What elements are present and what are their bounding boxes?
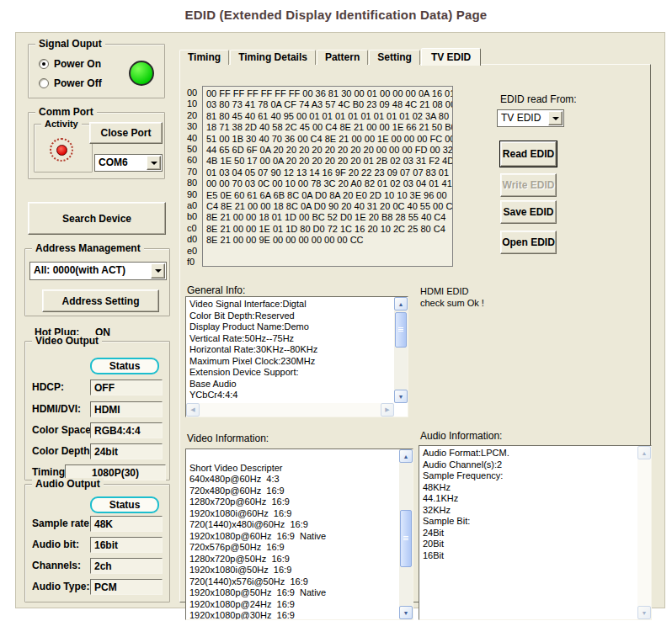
open-edid-button[interactable]: Open EDID (500, 231, 557, 254)
scroll-left-icon[interactable]: ◀ (186, 403, 200, 417)
tab-control: TimingTiming DetailsPatternSettingTV EDI… (179, 47, 651, 602)
video-rows-value: HDMI (90, 401, 163, 417)
hex-row-address: 20 (187, 110, 202, 121)
general-info-vscrollbar[interactable]: ▲ ▼ (394, 297, 408, 403)
signal-output-group: Signal Ouput Power On Power Off (28, 44, 165, 98)
general-info-scroll-thumb[interactable] (395, 312, 407, 348)
hex-row-bytes: E5 0E 60 61 6A 6B 8C 0A D0 8A 20 E0 2D 1… (206, 190, 452, 201)
scroll-up-icon[interactable]: ▲ (394, 297, 408, 310)
hex-row-bytes: C4 8E 21 00 00 18 8C 0A D0 90 20 40 31 2… (206, 201, 452, 212)
video-info-scroll-thumb[interactable] (400, 510, 412, 567)
audio-information-label: Audio Information: (420, 430, 502, 442)
com-port-select[interactable]: COM6 (94, 154, 163, 172)
audio-info-vscrollbar[interactable]: ▲ ▼ (637, 446, 651, 619)
general-info-box: Video Signal Interface:Digtal Color Bit … (185, 296, 408, 417)
power-off-radio[interactable]: Power Off (39, 77, 102, 89)
address-dropdown-button[interactable] (151, 263, 165, 279)
tab-timing[interactable]: Timing (179, 50, 229, 65)
screen: EDID (Extended Display Identification Da… (0, 0, 672, 621)
hex-row-address: a0 (187, 200, 202, 211)
audio-output-title: Audio Output (32, 478, 104, 490)
address-select-value: All: 0000(with ACT) (30, 263, 150, 279)
hex-row-address: c0 (187, 223, 202, 234)
hex-row-address: 00 (187, 88, 202, 98)
video-output-title: Video Output (32, 335, 102, 347)
power-on-radio[interactable]: Power On (39, 58, 101, 70)
comm-port-group: Comm Port Activity Close Port COM6 (28, 112, 165, 179)
video-information-label: Video Information: (187, 433, 269, 444)
audio-rows-value: PCM (90, 579, 163, 595)
scroll-right-icon[interactable]: ▶ (381, 403, 394, 417)
scroll-up-icon[interactable]: ▲ (399, 449, 413, 463)
power-off-label: Power Off (54, 77, 102, 89)
scroll-down-icon[interactable]: ▼ (637, 606, 651, 619)
tab-setting[interactable]: Setting (369, 50, 420, 65)
address-management-title: Address Management (32, 242, 144, 254)
power-off-radio-circle[interactable] (39, 78, 49, 88)
power-on-radio-circle[interactable] (39, 59, 49, 69)
hex-row-bytes: 8E 21 00 00 9E 00 00 00 00 00 00 CC (206, 235, 452, 246)
power-status-led-icon (129, 61, 154, 86)
comm-port-title: Comm Port (35, 106, 97, 118)
video-status-button[interactable]: Status (90, 358, 159, 374)
hex-row-address: 90 (187, 189, 202, 200)
com-port-dropdown-button[interactable] (147, 156, 161, 170)
edid-read-from-label: EDID read From: (500, 93, 577, 105)
hex-row-address: b0 (187, 211, 202, 222)
signal-output-title: Signal Ouput (35, 38, 105, 50)
audio-status-button[interactable]: Status (90, 496, 159, 513)
edid-source-dropdown-button[interactable] (548, 111, 563, 125)
hex-row-bytes: 4B 1E 50 17 00 0A 20 20 20 20 20 20 01 2… (206, 156, 452, 167)
tab-strip: TimingTiming DetailsPatternSettingTV EDI… (179, 47, 482, 65)
read-edid-button[interactable]: Read EDID (500, 141, 557, 167)
com-port-value: COM6 (95, 155, 146, 171)
hex-row-address: 70 (187, 167, 202, 178)
hex-row-bytes: 81 80 45 40 61 40 95 00 01 01 01 01 01 0… (206, 111, 452, 122)
hex-row-address: 40 (187, 133, 202, 144)
general-info-hscrollbar[interactable]: ◀ ▶ (186, 403, 394, 417)
chevron-down-icon (151, 162, 157, 165)
chevron-down-icon (552, 117, 559, 120)
activity-led-icon (50, 138, 73, 162)
hex-row-bytes: 03 80 73 41 78 0A CF 74 A3 57 4C B0 23 0… (206, 99, 452, 110)
hex-address-column: 00102030405060708090a0b0c0d0e0f0 (187, 88, 202, 268)
audio-rows-label: Channels: (32, 560, 81, 571)
app-window: Signal Ouput Power On Power Off Comm Por… (15, 32, 665, 608)
close-port-button[interactable]: Close Port (89, 122, 163, 144)
audio-rows-value: 2ch (90, 558, 163, 574)
hex-row-bytes: 51 00 1B 30 40 70 36 00 C4 8E 21 00 00 1… (206, 134, 452, 145)
address-setting-button[interactable]: Address Setting (42, 289, 159, 312)
hex-row-bytes (206, 257, 452, 267)
edid-source-select[interactable]: TV EDID (497, 109, 564, 127)
activity-led-core-icon (56, 145, 67, 156)
power-on-label: Power On (54, 58, 101, 70)
scroll-up-icon[interactable]: ▲ (637, 446, 651, 459)
scroll-down-icon[interactable]: ▼ (394, 390, 408, 403)
hex-row-address: 30 (187, 121, 202, 132)
hex-row-address: d0 (187, 234, 202, 245)
hex-row-bytes: 18 71 38 2D 40 58 2C 45 00 C4 8E 21 00 0… (206, 122, 452, 133)
save-edid-button[interactable]: Save EDID (500, 200, 557, 224)
search-device-button[interactable]: Search Device (28, 202, 166, 235)
hex-row-bytes (206, 247, 452, 257)
page-title: EDID (Extended Display Identification Da… (0, 8, 672, 22)
hex-row-address: f0 (187, 257, 202, 268)
video-info-vscrollbar[interactable]: ▲ ▼ (399, 449, 413, 619)
address-select[interactable]: All: 0000(with ACT) (29, 262, 167, 280)
write-edid-button: Write EDID (500, 173, 557, 197)
audio-information-text: Audio Format:LPCM. Audio Channel(s):2 Sa… (419, 446, 637, 619)
hex-row-bytes: 44 65 6D 6F 0A 20 20 20 20 20 20 20 20 0… (206, 145, 452, 156)
scroll-down-icon[interactable]: ▼ (399, 606, 413, 619)
tv-edid-tab-page: 00102030405060708090a0b0c0d0e0f0 00 FF F… (179, 64, 651, 602)
hex-row-address: e0 (187, 246, 202, 257)
tab-timing-details[interactable]: Timing Details (230, 50, 316, 65)
video-rows-label: Color Depth: (32, 445, 93, 457)
audio-rows-value: 16bit (90, 537, 163, 553)
activity-label: Activity (41, 118, 82, 130)
hex-row-address: 50 (187, 144, 202, 155)
general-info-label: General Info: (187, 284, 245, 296)
tab-pattern[interactable]: Pattern (317, 50, 368, 65)
tab-tv-edid[interactable]: TV EDID (421, 48, 481, 66)
video-rows-label: HDMI/DVI: (32, 403, 81, 415)
video-rows-label: HDCP: (32, 381, 64, 393)
